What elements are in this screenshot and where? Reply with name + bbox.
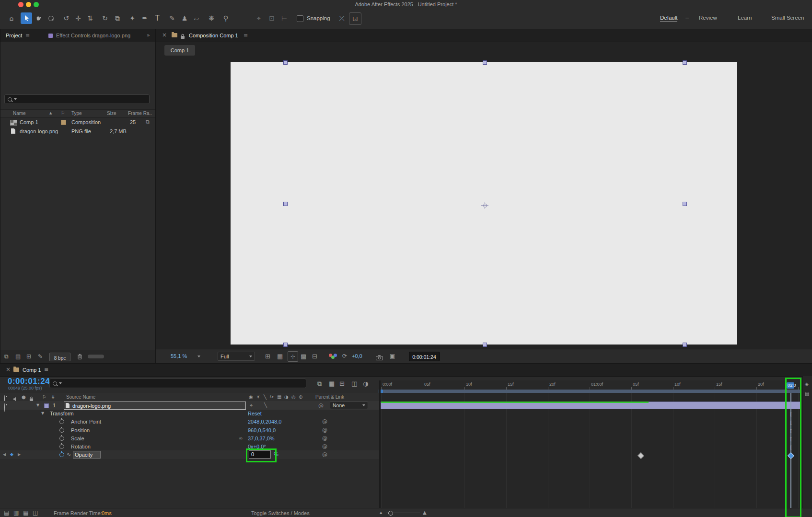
layer-expand-icon[interactable]: ▼ [36,403,39,407]
zoom-tool-button[interactable] [45,12,57,24]
property-row-position[interactable]: Position 960,0,540,0 @ [0,426,381,434]
constrain-proportions-icon[interactable]: ∞ [239,436,243,441]
render-settings-icon[interactable]: ◫ [33,510,38,516]
column-size[interactable]: Size [107,111,116,116]
zoom-out-mountain-icon[interactable]: ▲ [380,511,382,515]
layer-label-color[interactable] [44,403,49,408]
tab-composition[interactable]: Composition Comp 1 [189,33,238,38]
layer-handle[interactable] [283,60,288,65]
project-search-input[interactable] [4,94,150,104]
region-of-interest-button[interactable]: ⊹ [288,351,298,362]
toggle-switches-modes-button[interactable]: Toggle Switches / Modes [251,510,310,516]
mini-flowchart-icon[interactable]: ⧉ [146,119,150,125]
roto-brush-tool-button[interactable]: ❋ [206,12,217,24]
panel-menu-icon[interactable]: ≡ [25,33,30,38]
tab-project[interactable]: Project [6,33,22,38]
next-keyframe-icon[interactable]: ▶ [18,453,21,457]
panel-menu-icon[interactable]: ≡ [44,367,48,372]
stopwatch-icon[interactable] [59,419,64,424]
clone-stamp-tool-button[interactable]: ♟ [179,12,190,24]
workspace-learn[interactable]: Learn [738,15,752,21]
view-axis-mode-button[interactable]: ⊢ [278,12,290,24]
stopwatch-icon-active[interactable] [59,452,64,457]
orbit-camera-tool-button[interactable]: ↺ [60,12,72,24]
property-pick-whip-icon[interactable]: @ [322,435,327,441]
dolly-camera-tool-button[interactable]: ⇅ [84,12,96,24]
transform-group-label[interactable]: Transform [50,411,74,416]
layer-handle[interactable] [683,343,687,347]
property-pick-whip-icon[interactable]: @ [322,418,327,425]
project-row-dragon-logo[interactable]: dragon-logo.png PNG file 2,7 MB [0,127,155,136]
lock-icon[interactable] [180,33,185,41]
comp-button-icon[interactable]: ▤ [805,391,809,396]
anchor-point-indicator[interactable] [481,202,488,209]
zoom-level-value[interactable]: 55,1 % [171,353,187,359]
comp-marker-icon[interactable]: ◈ [805,382,809,387]
keyframe-diamond[interactable] [638,452,644,459]
mask-visibility-icon[interactable]: ▦ [277,353,283,359]
property-row-opacity[interactable]: ◀ ◆ ▶ ∿ Opacity 0 % @ [0,450,381,459]
group-expand-icon[interactable]: ▼ [41,412,44,415]
snap-options-button[interactable]: ⤫ [336,12,348,24]
expand-bounds-button[interactable]: ⊡ [349,12,361,25]
shape-tool-button[interactable]: ✦ [127,12,138,24]
stopwatch-icon[interactable] [59,436,64,441]
workspace-default[interactable]: Default [660,15,677,22]
new-composition-icon[interactable]: ⊞ [26,354,31,359]
tab-overflow-button[interactable]: » [147,33,150,38]
workspace-menu-icon[interactable]: ≡ [685,15,689,21]
layer-handle[interactable] [483,343,487,347]
workspace-small-screen[interactable]: Small Screen [771,15,804,21]
world-axis-mode-button[interactable]: ⊡ [266,12,278,24]
property-label[interactable]: Position [71,427,90,433]
expand-transfer-controls-icon[interactable]: ▥ [13,510,19,516]
bit-depth-button[interactable]: 8 bpc [49,353,70,361]
zoom-dropdown-icon[interactable] [197,356,200,357]
expand-layer-switches-icon[interactable]: ▤ [4,510,9,516]
exposure-value[interactable]: +0,0 [352,353,362,359]
stopwatch-icon[interactable] [59,444,64,449]
hand-tool-button[interactable] [33,12,44,24]
layer-duration-bar[interactable] [381,402,801,409]
show-snapshot-icon[interactable]: ▣ [390,353,395,359]
comp-navigator-chip[interactable]: Comp 1 [164,45,195,56]
property-label[interactable]: Rotation [71,444,91,449]
property-row-rotation[interactable]: Rotation 0x+0,0° @ [0,442,381,450]
layer-name-field[interactable]: dragon-logo.png [64,402,246,410]
timeline-search-input[interactable] [49,379,306,388]
adjust-icon[interactable]: ✎ [38,354,43,359]
pan-camera-tool-button[interactable]: ✛ [72,12,84,24]
stopwatch-icon[interactable] [59,428,64,433]
label-color-swatch[interactable] [61,120,66,125]
property-row-scale[interactable]: Scale ∞ 37,0,37,0% @ [0,434,381,442]
keyframe-diamond-selected[interactable] [788,452,794,459]
opacity-value-field[interactable]: 0 [249,450,271,459]
layer-handle[interactable] [683,60,687,65]
timeline-ruler[interactable]: 0:00f 05f 10f 15f 20f 01:00f 05f 10f 15f… [381,380,812,390]
comp-mini-flowchart-icon[interactable]: ⧉ [317,380,322,387]
transform-reset-link[interactable]: Reset [248,411,262,416]
source-name-column[interactable]: Source Name [66,394,95,400]
add-keyframe-icon[interactable]: ◆ [10,452,13,457]
work-area-bar[interactable] [383,390,801,393]
layer-handle[interactable] [283,202,288,206]
property-value[interactable]: 2048,0,2048,0 [248,419,281,425]
column-type[interactable]: Type [71,111,82,116]
home-button[interactable]: ⌂ [6,12,17,24]
property-value[interactable]: 37,0,37,0% [248,436,275,441]
sort-arrow-icon[interactable]: ▲ [49,112,52,115]
panel-menu-icon[interactable]: ≡ [244,33,248,38]
tab-effect-controls[interactable]: Effect Controls dragon-logo.png [56,33,130,38]
puppet-pin-tool-button[interactable]: ⚲ [220,12,232,24]
opacity-label-box[interactable]: Opacity [73,451,101,459]
hide-shy-layers-icon[interactable]: ⊟ [339,380,345,387]
zoom-in-mountain-icon[interactable]: ▲ [423,510,427,515]
brush-tool-button[interactable]: ✎ [166,12,178,24]
reset-exposure-icon[interactable]: ⟳ [342,353,347,359]
close-tab-icon[interactable]: × [162,32,167,38]
column-name[interactable]: Name [13,111,26,116]
view-layout-icon[interactable]: ⊟ [312,353,317,359]
property-pick-whip-icon[interactable]: @ [322,427,327,433]
eraser-tool-button[interactable]: ▱ [191,12,202,24]
current-timecode[interactable]: 0:00:01:24 [8,377,50,386]
